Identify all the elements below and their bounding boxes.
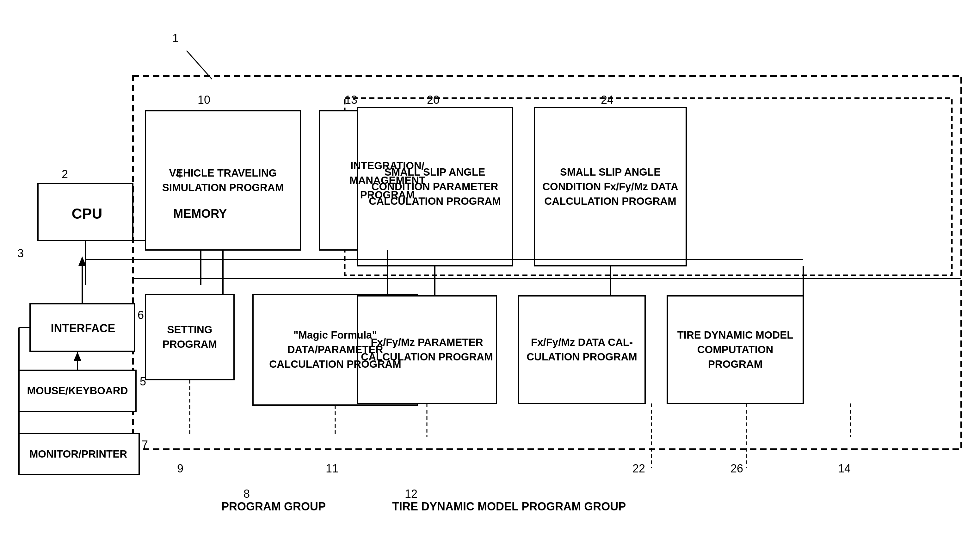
svg-line-41 [186, 51, 212, 79]
ref-11: 11 [326, 462, 338, 475]
monitor-printer-box: MONITOR/PRINTER [21, 435, 136, 473]
ref-5: 5 [140, 375, 146, 388]
ref-10: 10 [198, 93, 210, 107]
setting-program-box: SETTING PROGRAM [147, 296, 232, 378]
fxfymz-data-calc-box: Fx/Fy/Mz DATA CAL- CULATION PROGRAM [520, 298, 644, 402]
ref-8: 8 [243, 487, 250, 500]
tire-dynamic-model-box: TIRE DYNAMIC MODEL COMPUTATION PROGRAM [669, 298, 802, 402]
svg-marker-14 [74, 352, 81, 361]
fxfymz-parameter-box: Fx/Fy/Mz PARAMETER CALCULATION PROGRAM [359, 298, 495, 402]
ref-26: 26 [730, 462, 743, 475]
ref-6: 6 [138, 309, 144, 322]
program-group-label: PROGRAM GROUP [221, 500, 326, 513]
interface-box: INTERFACE [32, 306, 134, 351]
ref-1: 1 [172, 32, 179, 45]
ref-2: 2 [62, 168, 68, 181]
tire-dynamic-program-group-label: TIRE DYNAMIC MODEL PROGRAM GROUP [392, 500, 626, 513]
small-slip-condition-box: SMALL SLIP ANGLE CONDITION PARAMETER CAL… [359, 109, 511, 264]
ref-12: 12 [405, 487, 417, 500]
ref-9: 9 [177, 462, 183, 475]
mouse-keyboard-box: MOUSE/KEYBOARD [21, 372, 134, 410]
ref-13: 13 [345, 93, 357, 107]
small-slip-fxfymz-box: SMALL SLIP ANGLE CONDITION Fx/Fy/Mz DATA… [536, 109, 685, 264]
ref-24: 24 [601, 93, 614, 107]
ref-7: 7 [142, 438, 148, 452]
ref-3: 3 [18, 247, 24, 260]
cpu-box: CPU [41, 190, 133, 237]
vehicle-traveling-box: VEHICLE TRAVELING SIMULATION PROGRAM [147, 112, 299, 249]
svg-marker-11 [78, 256, 86, 266]
ref-22: 22 [632, 462, 645, 475]
ref-14: 14 [838, 462, 851, 475]
ref-20: 20 [427, 93, 439, 107]
